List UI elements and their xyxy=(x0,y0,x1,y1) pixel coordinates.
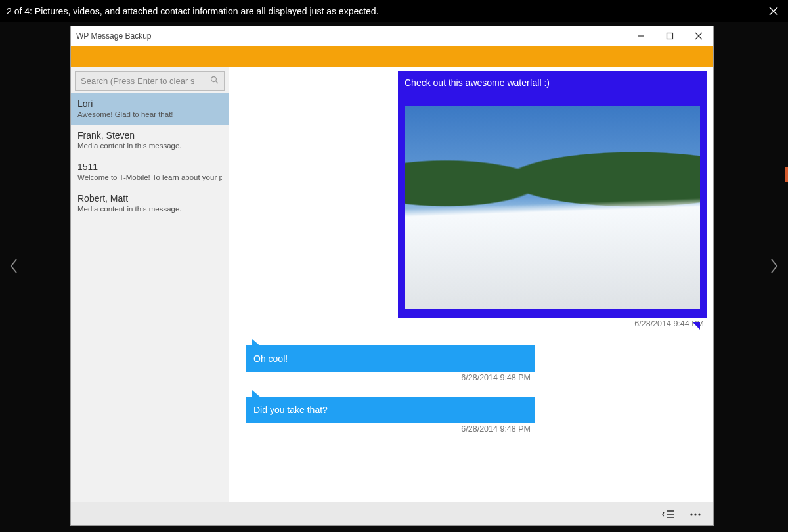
minimize-icon xyxy=(637,32,645,40)
svg-line-7 xyxy=(216,81,219,84)
message-bubble: Check out this awesome waterfall :) xyxy=(398,71,707,318)
window-maximize-button[interactable] xyxy=(655,26,684,46)
conversation-preview: Media content in this message. xyxy=(77,205,222,213)
message-outgoing: Did you take that? 6/28/2014 9:48 PM xyxy=(246,397,535,433)
gallery-caption-bar: 2 of 4: Pictures, videos, and attached c… xyxy=(0,0,788,22)
svg-point-6 xyxy=(211,77,217,82)
ellipsis-icon xyxy=(690,512,701,516)
edge-accent xyxy=(785,167,788,182)
sidebar: Search (Press Enter to clear s Lori Awes… xyxy=(71,67,229,525)
app-body: Search (Press Enter to clear s Lori Awes… xyxy=(71,67,713,525)
list-icon xyxy=(662,509,675,520)
conversation-name: Lori xyxy=(77,99,222,109)
gallery-prev-button[interactable] xyxy=(4,246,24,286)
window-titlebar[interactable]: WP Message Backup xyxy=(71,26,713,46)
conversation-name: Frank, Steven xyxy=(77,130,222,141)
bubble-tail xyxy=(252,390,261,398)
list-view-button[interactable] xyxy=(662,509,675,520)
message-bubble: Oh cool! xyxy=(246,345,535,372)
window-title: WP Message Backup xyxy=(76,32,152,41)
message-text: Oh cool! xyxy=(253,353,288,365)
message-text: Did you take that? xyxy=(253,404,328,416)
app-window: WP Message Backup Search (Press Enter to… xyxy=(71,26,713,525)
message-incoming: Check out this awesome waterfall :) 6/28… xyxy=(398,71,707,328)
search-icon xyxy=(210,76,219,86)
svg-rect-3 xyxy=(667,33,673,39)
conversation-item[interactable]: 1511 Welcome to T-Mobile! To learn about… xyxy=(71,156,229,188)
chevron-right-icon xyxy=(770,258,779,274)
search-placeholder: Search (Press Enter to clear s xyxy=(81,76,194,86)
close-icon xyxy=(695,32,703,40)
more-button[interactable] xyxy=(690,512,701,516)
svg-point-11 xyxy=(690,513,692,515)
gallery-caption: 2 of 4: Pictures, videos, and attached c… xyxy=(7,6,379,16)
message-text: Check out this awesome waterfall :) xyxy=(405,78,700,88)
conversation-preview: Awesome! Glad to hear that! xyxy=(77,110,222,118)
svg-point-13 xyxy=(698,513,700,515)
conversation-item[interactable]: Frank, Steven Media content in this mess… xyxy=(71,125,229,156)
conversation-name: Robert, Matt xyxy=(77,193,222,204)
conversation-name: 1511 xyxy=(77,162,222,172)
gallery-next-button[interactable] xyxy=(764,246,784,286)
conversation-pane[interactable]: Check out this awesome waterfall :) 6/28… xyxy=(229,67,713,525)
message-timestamp: 6/28/2014 9:44 PM xyxy=(398,319,707,328)
conversation-list: Lori Awesome! Glad to hear that! Frank, … xyxy=(71,93,229,525)
window-controls xyxy=(626,26,713,46)
message-outgoing: Oh cool! 6/28/2014 9:48 PM xyxy=(246,345,535,382)
message-image[interactable] xyxy=(405,106,700,309)
conversation-preview: Media content in this message. xyxy=(77,142,222,150)
svg-point-12 xyxy=(694,513,696,515)
message-timestamp: 6/28/2014 9:48 PM xyxy=(246,373,535,382)
chevron-left-icon xyxy=(9,258,18,274)
close-icon xyxy=(769,7,778,16)
message-bubble: Did you take that? xyxy=(246,397,535,423)
bubble-tail xyxy=(692,322,700,330)
conversation-item[interactable]: Lori Awesome! Glad to hear that! xyxy=(71,93,229,125)
command-bar xyxy=(71,502,713,525)
bubble-tail xyxy=(252,339,261,347)
search-input[interactable]: Search (Press Enter to clear s xyxy=(75,71,225,91)
conversation-preview: Welcome to T-Mobile! To learn about your… xyxy=(77,173,222,181)
conversation-item[interactable]: Robert, Matt Media content in this messa… xyxy=(71,188,229,219)
header-band xyxy=(71,46,713,67)
message-timestamp: 6/28/2014 9:48 PM xyxy=(246,424,535,433)
gallery-close-button[interactable] xyxy=(759,0,788,22)
maximize-icon xyxy=(666,32,674,40)
window-minimize-button[interactable] xyxy=(626,26,655,46)
window-close-button[interactable] xyxy=(684,26,713,46)
